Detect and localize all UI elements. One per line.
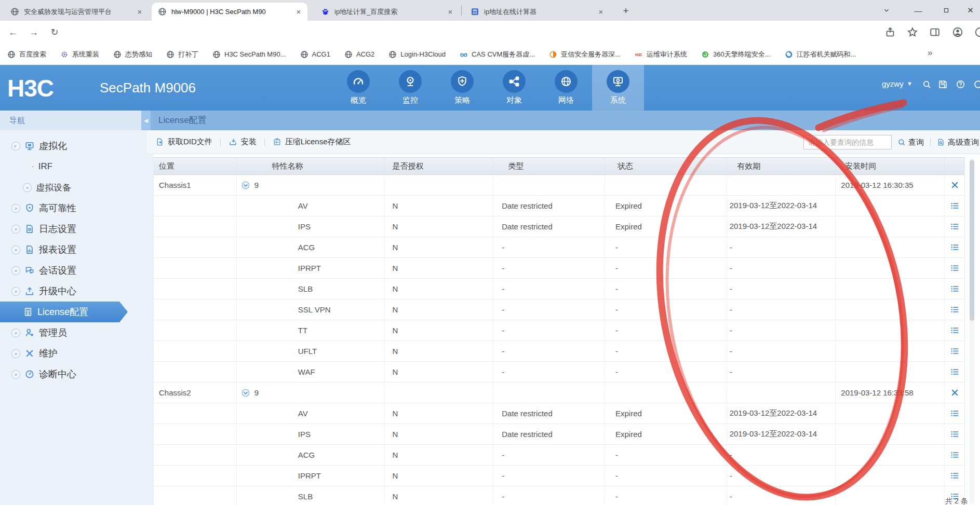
detail-list-icon[interactable]	[950, 429, 960, 439]
maximize-button[interactable]	[936, 0, 957, 21]
extension-icon[interactable]	[974, 26, 980, 38]
bookmark-item[interactable]: 百度搜索	[7, 50, 46, 59]
advanced-query-button[interactable]: 高级查询	[937, 138, 979, 147]
sidebar-item[interactable]: »会话设置	[0, 260, 147, 281]
sidebar-item[interactable]: »维护	[0, 343, 147, 364]
chevron-right-icon[interactable]: »	[11, 245, 20, 254]
scrollbar-thumb[interactable]	[970, 160, 974, 321]
sidebar-collapse-icon[interactable]: ◀	[141, 111, 151, 130]
detail-list-icon[interactable]	[950, 305, 960, 315]
detail-list-icon[interactable]	[950, 367, 960, 377]
detail-list-icon[interactable]	[950, 346, 960, 356]
global-search-icon[interactable]	[922, 79, 932, 89]
share-icon[interactable]	[884, 26, 896, 38]
search-input[interactable]	[803, 135, 892, 149]
bookmark-item[interactable]: 态势感知	[113, 50, 152, 59]
bookmark-item[interactable]: 360天擎终端安全...	[701, 50, 771, 59]
bookmark-item[interactable]: Login-H3Cloud	[388, 50, 446, 59]
new-tab-button[interactable]: +	[619, 4, 633, 18]
chevron-right-icon[interactable]: »	[23, 183, 32, 192]
minimize-button[interactable]: —	[908, 0, 929, 21]
detail-list-icon[interactable]	[950, 242, 960, 252]
header-nav-item[interactable]: 网络	[540, 65, 592, 111]
close-icon[interactable]	[950, 388, 960, 398]
cell-feature-name: WAF	[237, 362, 385, 382]
detail-list-icon[interactable]	[950, 284, 960, 294]
expand-icon[interactable]	[241, 388, 250, 398]
sidebar-item[interactable]: »高可靠性	[0, 198, 147, 219]
help-icon[interactable]	[956, 79, 965, 89]
sidebar-subitem[interactable]: »虚拟设备	[0, 177, 147, 198]
sidebar-item[interactable]: »报表设置	[0, 239, 147, 260]
user-caret-icon[interactable]: ▼	[907, 80, 912, 87]
bookmark-item[interactable]: H3C运维审计系统	[635, 50, 687, 59]
toolbar-button[interactable]: 压缩License存储区	[273, 137, 351, 147]
chevron-right-icon[interactable]: »	[11, 204, 20, 213]
detail-list-icon[interactable]	[950, 325, 960, 335]
header-nav-item[interactable]: 策略	[436, 65, 488, 111]
detail-list-icon[interactable]	[950, 263, 960, 273]
detail-list-icon[interactable]	[950, 450, 960, 460]
tab-close-icon[interactable]: ×	[596, 7, 606, 17]
expand-icon[interactable]	[241, 181, 250, 190]
bookmark-label: 运维审计系统	[647, 50, 687, 59]
bookmark-item[interactable]: CAS CVM服务器虚...	[460, 50, 535, 59]
chevron-right-icon[interactable]: »	[11, 225, 20, 234]
header-nav-item[interactable]: 系统	[592, 65, 644, 111]
sidebar-item[interactable]: »诊断中心	[0, 364, 147, 385]
bookmarks-overflow-chevron[interactable]: »	[928, 48, 932, 58]
browser-tab[interactable]: 安全威胁发现与运营管理平台×	[4, 3, 149, 21]
detail-list-icon[interactable]	[950, 471, 960, 481]
browser-tab[interactable]: ip地址计算_百度搜索×	[315, 3, 459, 21]
header-nav-item[interactable]: 对象	[488, 65, 540, 111]
forward-icon[interactable]: →	[27, 25, 41, 39]
back-icon[interactable]: ←	[6, 25, 20, 39]
reload-icon[interactable]: ↻	[48, 25, 61, 39]
detail-list-icon[interactable]	[950, 222, 960, 231]
query-button[interactable]: 查询	[897, 138, 924, 147]
tab-close-icon[interactable]: ×	[446, 7, 455, 17]
cell-location: Chassis2	[154, 383, 237, 403]
side-panel-icon[interactable]	[929, 26, 941, 38]
header-nav-item[interactable]: 概览	[332, 65, 384, 111]
bookmark-item[interactable]: ACG1	[300, 50, 330, 59]
sidebar-item[interactable]: »日志设置	[0, 219, 147, 239]
cell-authorized: N	[385, 341, 494, 361]
detail-list-icon[interactable]	[950, 408, 960, 418]
sidebar-subitem[interactable]: ·IRF	[0, 156, 147, 177]
close-icon[interactable]	[950, 180, 960, 190]
refresh-icon[interactable]	[973, 79, 980, 89]
sidebar-item[interactable]: »虚拟化	[0, 135, 147, 156]
sidebar-item-label: 管理员	[39, 326, 67, 339]
save-config-icon[interactable]	[938, 79, 948, 89]
tab-close-icon[interactable]: ×	[294, 7, 303, 17]
username-menu[interactable]: gyzwy	[882, 79, 904, 88]
tab-close-icon[interactable]: ×	[135, 7, 144, 17]
bookmark-item[interactable]: 系统重装	[60, 50, 99, 59]
detail-list-icon[interactable]	[950, 201, 960, 211]
toolbar-button[interactable]: 安装	[229, 137, 257, 147]
header-nav-item[interactable]: 监控	[384, 65, 436, 111]
bookmark-item[interactable]: 亚信安全服务器深...	[549, 50, 621, 59]
chevron-right-icon[interactable]: »	[11, 370, 20, 379]
bookmark-item[interactable]: 打补丁	[166, 50, 198, 59]
tab-search-chevron-icon[interactable]	[878, 0, 895, 21]
chevron-right-icon[interactable]: »	[11, 287, 20, 296]
sidebar-item[interactable]: »管理员	[0, 322, 147, 343]
chevron-right-icon[interactable]: »	[11, 329, 20, 337]
browser-tab[interactable]: hlw-M9000 | H3C SecPath M90×	[152, 3, 307, 21]
chevron-right-icon[interactable]: »	[11, 266, 20, 275]
chevron-down-icon[interactable]: »	[11, 142, 20, 151]
toolbar-button[interactable]: 获取DID文件	[155, 137, 212, 147]
profile-avatar-icon[interactable]	[952, 26, 963, 38]
chevron-right-icon[interactable]: »	[11, 349, 20, 358]
close-window-button[interactable]: ✕	[961, 0, 980, 21]
bookmark-item[interactable]: H3C SecPath M90...	[212, 50, 286, 59]
bookmark-item[interactable]: ACG2	[344, 50, 374, 59]
bookmark-item[interactable]: 江苏省机关赋码和...	[785, 50, 856, 59]
browser-tab[interactable]: ip地址在线计算器×	[464, 3, 610, 21]
table-scrollbar[interactable]	[970, 158, 974, 504]
sidebar-item[interactable]: »升级中心	[0, 281, 147, 302]
bookmark-star-icon[interactable]	[907, 26, 918, 38]
sidebar-item[interactable]: License配置	[0, 302, 128, 322]
